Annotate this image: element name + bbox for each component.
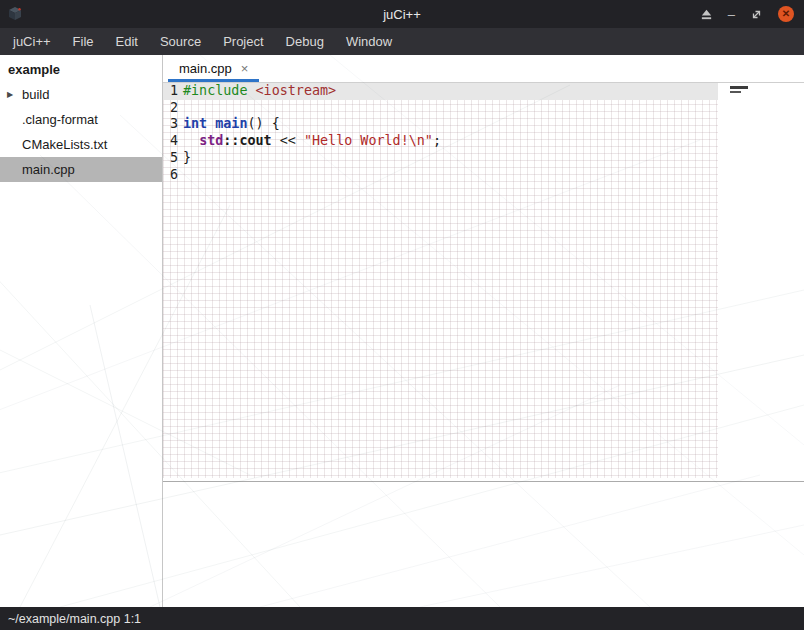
tab-main-cpp[interactable]: main.cpp ×	[168, 55, 259, 82]
menu-window[interactable]: Window	[335, 28, 403, 55]
app-icon	[7, 6, 23, 22]
main-column: main.cpp × 1#include <iostream>23int mai…	[163, 55, 804, 607]
code-text: #include <iostream>	[178, 83, 336, 100]
menubar: juCi++FileEditSourceProjectDebugWindow	[0, 28, 804, 55]
line-number: 4	[163, 133, 178, 150]
line-number: 1	[163, 83, 178, 100]
code-text: }	[178, 150, 191, 167]
file-tree: example ▶build.clang-formatCMakeLists.tx…	[0, 55, 163, 607]
line-number: 2	[163, 100, 178, 117]
expander-icon[interactable]: ▶	[0, 90, 16, 99]
maximize-icon	[750, 8, 763, 21]
code-line-1[interactable]: 1#include <iostream>	[163, 83, 718, 100]
titlebar: juCi++ – ✕	[0, 0, 804, 28]
eject-icon	[700, 8, 713, 21]
tab-label: main.cpp	[179, 61, 232, 76]
line-number: 6	[163, 167, 178, 184]
tree-items: ▶build.clang-formatCMakeLists.txtmain.cp…	[0, 82, 162, 182]
menu-debug[interactable]: Debug	[275, 28, 335, 55]
eject-button[interactable]	[700, 8, 713, 21]
code-text: int main() {	[178, 116, 280, 133]
line-number: 5	[163, 150, 178, 167]
menu-juci[interactable]: juCi++	[2, 28, 62, 55]
statusbar: ~/example/main.cpp 1:1	[0, 607, 804, 630]
maximize-button[interactable]	[750, 8, 763, 21]
tab-close-icon[interactable]: ×	[241, 61, 249, 76]
minimize-button[interactable]: –	[728, 8, 735, 21]
line-number: 3	[163, 116, 178, 133]
menu-file[interactable]: File	[62, 28, 105, 55]
code-line-2[interactable]: 2	[163, 100, 718, 117]
menu-edit[interactable]: Edit	[105, 28, 149, 55]
terminal-panel[interactable]	[163, 481, 804, 607]
tree-item-cmakelists-txt[interactable]: CMakeLists.txt	[0, 132, 162, 157]
code-editor[interactable]: 1#include <iostream>23int main() {4 std:…	[163, 83, 804, 481]
close-button[interactable]: ✕	[778, 6, 794, 22]
tree-root-example[interactable]: example	[0, 58, 162, 82]
code-line-3[interactable]: 3int main() {	[163, 116, 718, 133]
tree-item-label: main.cpp	[16, 162, 75, 177]
content-area: example ▶build.clang-formatCMakeLists.tx…	[0, 55, 804, 607]
code-text: std::cout << "Hello World!\n";	[178, 133, 441, 150]
tree-item-build[interactable]: ▶build	[0, 82, 162, 107]
tree-item-main-cpp[interactable]: main.cpp	[0, 157, 162, 182]
window-title: juCi++	[383, 7, 421, 22]
juci-window: juCi++ – ✕ juCi++FileEditSourceProjectDe…	[0, 0, 804, 630]
code-line-4[interactable]: 4 std::cout << "Hello World!\n";	[163, 133, 718, 150]
code-text	[178, 167, 183, 184]
tree-item-label: CMakeLists.txt	[16, 137, 107, 152]
tabbar: main.cpp ×	[163, 55, 804, 83]
scrollbar-indicator[interactable]	[730, 86, 748, 93]
tree-item-label: .clang-format	[16, 112, 98, 127]
menu-project[interactable]: Project	[212, 28, 274, 55]
statusbar-path: ~/example/main.cpp 1:1	[8, 612, 141, 626]
code-line-6[interactable]: 6	[163, 167, 718, 184]
code-line-5[interactable]: 5}	[163, 150, 718, 167]
code-lines: 1#include <iostream>23int main() {4 std:…	[163, 83, 804, 183]
tree-item-label: build	[16, 87, 49, 102]
menu-source[interactable]: Source	[149, 28, 212, 55]
window-controls: – ✕	[700, 0, 794, 28]
tree-item-clang-format[interactable]: .clang-format	[0, 107, 162, 132]
code-text	[178, 100, 183, 117]
